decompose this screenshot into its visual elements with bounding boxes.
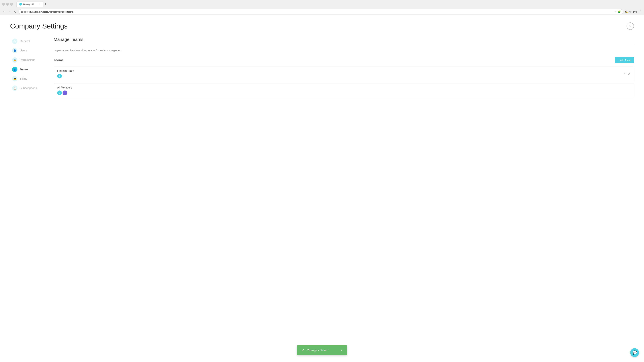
close-icon: ✕ bbox=[629, 24, 632, 28]
incognito-badge: 🕵 Incognito bbox=[625, 10, 637, 13]
chat-icon: 💬 bbox=[632, 351, 637, 355]
team-info: All Members J bbox=[57, 86, 630, 95]
sidebar-item-permissions[interactable]: 🔒 Permissions bbox=[10, 56, 47, 64]
sidebar-label-subscriptions: Subscriptions bbox=[20, 86, 37, 90]
tab-close-button[interactable]: ✕ bbox=[39, 3, 40, 5]
tab-title: Breezy HR bbox=[23, 3, 34, 5]
page-content: Company Settings ✕ ⚙ General 👤 Users 🔒 P… bbox=[0, 15, 644, 359]
bookmark-icon[interactable]: ☆ bbox=[614, 10, 617, 13]
maximize-button[interactable]: □ bbox=[6, 3, 9, 6]
sidebar-item-subscriptions[interactable]: 📋 Subscriptions bbox=[10, 84, 47, 92]
team-item: Finance Team J ✏ ✕ bbox=[54, 66, 634, 81]
toast-notification: ✓ Changes Saved ✕ bbox=[297, 345, 347, 355]
team-info: Finance Team J bbox=[57, 69, 624, 78]
address-bar-row: ← → ↻ app.breezy.hr/app/c/moodjoy/compan… bbox=[0, 8, 644, 15]
tab-favicon bbox=[19, 3, 22, 5]
minimize-button[interactable]: ─ bbox=[2, 3, 5, 6]
forward-button[interactable]: → bbox=[8, 9, 12, 14]
page-title: Company Settings bbox=[10, 22, 68, 30]
sidebar-item-billing[interactable]: 💳 Billing bbox=[10, 74, 47, 83]
window-controls: ─ □ ✕ bbox=[2, 3, 13, 6]
divider bbox=[54, 45, 634, 45]
teams-icon: 👥 bbox=[12, 67, 18, 72]
team-name: Finance Team bbox=[57, 69, 624, 72]
team-name: All Members bbox=[57, 86, 630, 89]
delete-team-button[interactable]: ✕ bbox=[628, 72, 630, 76]
toast-message: Changes Saved bbox=[307, 349, 328, 352]
billing-icon: 💳 bbox=[12, 76, 18, 81]
section-title: Manage Teams bbox=[54, 37, 634, 42]
sidebar-label-permissions: Permissions bbox=[20, 58, 36, 62]
avatar bbox=[62, 90, 67, 95]
avatar: J bbox=[57, 90, 62, 95]
sidebar-label-users: Users bbox=[20, 49, 27, 52]
sidebar-label-teams: Teams bbox=[20, 68, 28, 71]
sidebar-item-users[interactable]: 👤 Users bbox=[10, 46, 47, 55]
browser-tab[interactable]: Breezy HR ✕ bbox=[16, 1, 43, 7]
back-button[interactable]: ← bbox=[2, 9, 6, 14]
users-icon: 👤 bbox=[12, 48, 18, 53]
page-header: Company Settings ✕ bbox=[0, 15, 644, 33]
edit-team-button[interactable]: ✏ bbox=[624, 72, 626, 76]
subscriptions-icon: 📋 bbox=[12, 85, 18, 91]
team-actions: ✏ ✕ bbox=[624, 72, 630, 76]
main-content: Manage Teams Organize members into Hirin… bbox=[54, 33, 634, 103]
browser-titlebar: ─ □ ✕ Breezy HR ✕ + bbox=[0, 0, 644, 8]
address-bar[interactable]: app.breezy.hr/app/c/moodjoy/company/sett… bbox=[18, 9, 623, 14]
incognito-icon: 🕵 bbox=[625, 10, 628, 13]
incognito-label: Incognito bbox=[628, 10, 637, 13]
extensions-icon[interactable]: 🧩 bbox=[618, 10, 621, 13]
team-item: All Members J bbox=[54, 83, 634, 98]
toast-check-icon: ✓ bbox=[302, 348, 304, 352]
avatar: J bbox=[57, 74, 62, 78]
sidebar-item-teams[interactable]: 👥 Teams bbox=[10, 65, 47, 74]
permissions-icon: 🔒 bbox=[12, 57, 18, 63]
sidebar-item-general[interactable]: ⚙ General bbox=[10, 37, 47, 45]
team-avatars: J bbox=[57, 90, 630, 95]
browser-menu-button[interactable]: ⋮ bbox=[639, 10, 642, 13]
address-bar-icons: ☆ 🧩 bbox=[614, 10, 621, 13]
close-settings-button[interactable]: ✕ bbox=[626, 22, 634, 30]
close-window-button[interactable]: ✕ bbox=[10, 3, 13, 6]
add-team-button[interactable]: + Add Team bbox=[615, 57, 634, 63]
team-avatars: J bbox=[57, 74, 624, 78]
new-tab-button[interactable]: + bbox=[43, 2, 48, 6]
url-display: app.breezy.hr/app/c/moodjoy/company/sett… bbox=[21, 10, 613, 13]
layout: ⚙ General 👤 Users 🔒 Permissions 👥 Teams … bbox=[0, 33, 644, 103]
section-description: Organize members into Hiring Teams for e… bbox=[54, 49, 634, 52]
teams-section-header: Teams + Add Team bbox=[54, 57, 634, 63]
teams-section-label: Teams bbox=[54, 58, 64, 62]
browser-chrome: ─ □ ✕ Breezy HR ✕ + ← → ↻ app.breezy.hr/… bbox=[0, 0, 644, 15]
sidebar-label-billing: Billing bbox=[20, 77, 27, 80]
sidebar: ⚙ General 👤 Users 🔒 Permissions 👥 Teams … bbox=[10, 33, 47, 103]
general-icon: ⚙ bbox=[12, 38, 18, 44]
sidebar-label-general: General bbox=[20, 39, 30, 43]
toast-close-button[interactable]: ✕ bbox=[340, 349, 342, 352]
tabs-bar: Breezy HR ✕ + bbox=[14, 1, 50, 7]
chat-button[interactable]: 💬 bbox=[630, 348, 639, 357]
reload-button[interactable]: ↻ bbox=[14, 9, 17, 14]
